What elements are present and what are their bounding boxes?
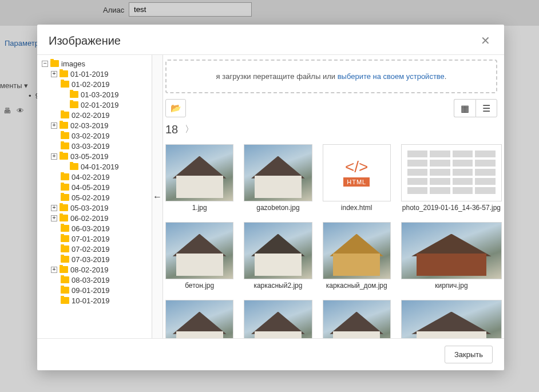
tree-item[interactable]: 10-01-2019 (42, 295, 150, 306)
tree-item-label: 08-03-2019 (72, 276, 110, 284)
folder-tree[interactable]: −images+01-01-201901-02-201901-03-201902… (37, 55, 152, 338)
house-image (244, 223, 311, 279)
breadcrumb-segment[interactable]: 18 (165, 123, 178, 136)
house-image (402, 223, 501, 279)
tree-item-label: 07-02-2019 (72, 245, 110, 254)
file-item[interactable]: кирпич.jpg (401, 222, 502, 290)
house-image (323, 300, 390, 338)
tree-item-label: 03-02-2019 (72, 132, 110, 140)
open-folder-button[interactable]: 📂 (165, 99, 186, 117)
modal-header: Изображение ✕ (37, 25, 504, 54)
tree-item[interactable]: 07-02-2019 (42, 244, 150, 254)
tree-item[interactable]: 04-05-2019 (42, 182, 150, 192)
tree-item[interactable]: +03-05-2019 (42, 151, 150, 161)
house-image (244, 145, 311, 201)
tree-item-label: 04-02-2019 (72, 173, 110, 181)
file-item[interactable]: каркасный2.jpg (244, 222, 312, 290)
list-view-button[interactable]: ☰ (475, 99, 497, 117)
collapse-arrow-icon[interactable]: ← (153, 192, 162, 202)
file-item[interactable]: </>HTMLindex.html (323, 144, 391, 212)
thumbnail (323, 222, 391, 279)
tree-item-label: 03-05-2019 (70, 152, 109, 161)
tree-item[interactable]: 05-02-2019 (42, 192, 150, 203)
folder-icon (61, 132, 69, 139)
dropzone[interactable]: я загрузки перетащите файлы или выберите… (165, 60, 497, 93)
folder-icon (61, 184, 69, 191)
file-pane: я загрузки перетащите файлы или выберите… (163, 55, 504, 338)
tree-item[interactable]: +06-02-2019 (42, 213, 150, 223)
tree-item[interactable]: 02-01-2019 (42, 100, 150, 110)
file-item[interactable]: каркасный_дом.jpg (323, 222, 391, 290)
tree-item-label: 04-05-2019 (72, 183, 110, 192)
thumbnail (244, 144, 312, 201)
tree-item[interactable]: 01-03-2019 (42, 89, 150, 100)
tree-item-label: images (61, 60, 85, 68)
tree-item-label: 08-02-2019 (70, 266, 109, 274)
file-item[interactable] (323, 300, 391, 338)
close-icon[interactable]: ✕ (478, 34, 493, 47)
file-item[interactable]: gazobeton.jpg (244, 144, 312, 212)
tree-item[interactable]: +05-03-2019 (42, 203, 150, 213)
house-image (402, 300, 501, 338)
dropzone-text: я загрузки перетащите файлы или (216, 72, 338, 81)
tree-item-label: 07-03-2019 (72, 255, 110, 264)
file-name: кирпич.jpg (401, 279, 502, 290)
grid-icon: ▦ (461, 103, 469, 114)
folder-open-icon: 📂 (171, 103, 181, 113)
document-preview (407, 151, 496, 195)
tree-item[interactable]: 04-02-2019 (42, 172, 150, 182)
tree-item[interactable]: −images (42, 58, 150, 69)
collapse-icon[interactable]: − (42, 61, 48, 67)
tree-item[interactable]: 03-03-2019 (42, 141, 150, 151)
close-button[interactable]: Закрыть (445, 346, 493, 363)
expand-icon[interactable]: + (51, 71, 57, 77)
expand-icon[interactable]: + (51, 205, 57, 211)
folder-icon (61, 194, 69, 201)
tree-item[interactable]: 06-03-2019 (42, 223, 150, 233)
tree-item[interactable]: 08-03-2019 (42, 275, 150, 285)
file-item[interactable]: бетон.jpg (165, 222, 233, 290)
thumbnail (244, 222, 312, 279)
file-name: 1.jpg (165, 201, 233, 212)
file-name: бетон.jpg (165, 279, 233, 290)
house-image (323, 223, 390, 279)
expand-icon[interactable]: + (51, 215, 57, 221)
breadcrumb: 18 〉 (163, 120, 504, 137)
expand-icon[interactable]: + (51, 122, 57, 129)
grid-view-button[interactable]: ▦ (454, 99, 475, 117)
file-name: index.html (323, 201, 391, 212)
file-item[interactable]: 1.jpg (165, 144, 233, 212)
file-item[interactable] (165, 300, 233, 338)
list-icon: ☰ (482, 103, 490, 114)
file-item[interactable] (244, 300, 312, 338)
tree-item-label: 02-02-2019 (72, 111, 110, 120)
file-item[interactable]: photo_2019-01-16_14-36-57.jpg (401, 144, 502, 212)
tree-item-label: 03-03-2019 (72, 142, 110, 151)
dropzone-link[interactable]: выберите на своем устройстве (338, 72, 445, 81)
expand-icon[interactable]: + (51, 153, 57, 160)
folder-icon (60, 204, 68, 211)
house-image (166, 300, 233, 338)
tree-item[interactable]: 04-01-2019 (42, 161, 150, 172)
tree-item[interactable]: 02-02-2019 (42, 110, 150, 120)
folder-icon (70, 163, 78, 170)
file-name: каркасный_дом.jpg (323, 279, 391, 290)
tree-item[interactable]: +02-03-2019 (42, 120, 150, 130)
tree-item[interactable]: +01-01-2019 (42, 69, 150, 79)
folder-icon (61, 246, 69, 252)
tree-item[interactable]: 03-02-2019 (42, 130, 150, 141)
tree-item[interactable]: 07-01-2019 (42, 233, 150, 244)
tree-item-label: 05-02-2019 (72, 193, 110, 202)
file-grid-scroll[interactable]: 1.jpggazobeton.jpg</>HTMLindex.htmlphoto… (163, 137, 504, 338)
thumbnail (165, 144, 233, 201)
file-item[interactable] (401, 300, 502, 338)
expand-icon[interactable]: + (51, 267, 57, 273)
folder-icon (61, 112, 69, 118)
folder-icon (60, 153, 68, 160)
tree-item[interactable]: +08-02-2019 (42, 264, 150, 275)
tree-item[interactable]: 07-03-2019 (42, 254, 150, 264)
tree-item[interactable]: 01-02-2019 (42, 79, 150, 89)
folder-icon (60, 215, 68, 221)
splitter[interactable]: ← (152, 55, 163, 338)
tree-item[interactable]: 09-01-2019 (42, 285, 150, 295)
